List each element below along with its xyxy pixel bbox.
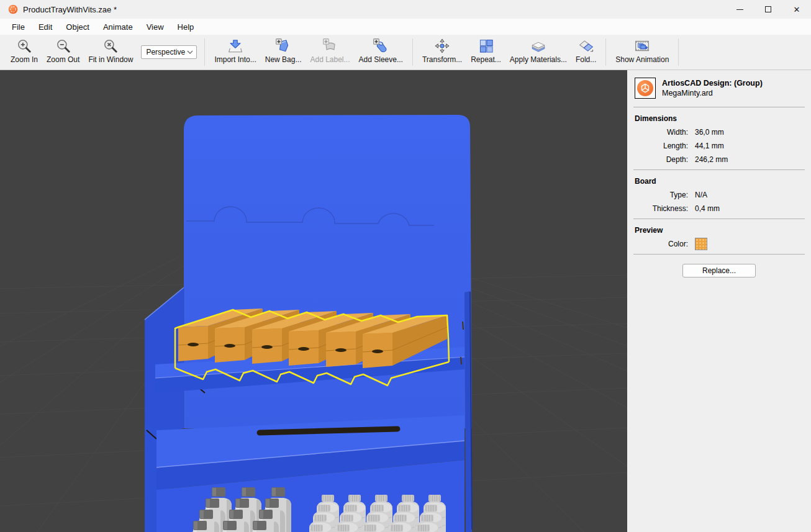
- menu-edit[interactable]: Edit: [32, 20, 59, 34]
- maximize-icon: [765, 6, 771, 12]
- view-mode-select[interactable]: Perspective: [141, 45, 197, 59]
- import-into-button[interactable]: Import Into...: [210, 37, 260, 65]
- add-sleeve-icon: [373, 38, 389, 54]
- apply-materials-button[interactable]: Apply Materials...: [505, 37, 571, 65]
- show-animation-icon: [634, 38, 650, 54]
- add-label-button[interactable]: Add Label...: [306, 37, 354, 65]
- width-row: Width: 36,0 mm: [627, 125, 811, 139]
- zoom-out-button[interactable]: Zoom Out: [42, 37, 84, 65]
- width-value: 36,0 mm: [695, 128, 724, 137]
- selection-filename: MegaMinty.ard: [662, 89, 763, 97]
- toolbar: Zoom In Zoom Out Fit in Window Perspecti…: [0, 35, 811, 70]
- app-logo-icon: [8, 4, 18, 14]
- toolbar-separator: [204, 38, 205, 66]
- length-label: Length:: [627, 142, 688, 150]
- fold-button[interactable]: Fold...: [571, 37, 600, 65]
- panel-divider: [633, 254, 805, 255]
- panel-divider: [633, 107, 805, 107]
- chevron-down-icon: [187, 50, 193, 54]
- titlebar: ProductTrayWithVits.zae * ✕: [0, 0, 811, 19]
- toolbar-separator: [678, 38, 679, 66]
- menu-file[interactable]: File: [5, 20, 32, 34]
- add-sleeve-button[interactable]: Add Sleeve...: [355, 37, 407, 65]
- selection-title: ArtiosCAD Design: (Group): [662, 79, 763, 88]
- length-value: 44,1 mm: [695, 142, 724, 150]
- preview-color-label: Color:: [627, 240, 688, 248]
- close-icon: ✕: [794, 6, 800, 14]
- board-type-label: Type:: [627, 191, 688, 199]
- board-type-value: N/A: [695, 191, 707, 199]
- close-button[interactable]: ✕: [782, 0, 811, 19]
- import-into-icon: [227, 38, 243, 54]
- panel-divider: [633, 169, 805, 170]
- maximize-button[interactable]: [754, 0, 782, 19]
- replace-button[interactable]: Replace...: [682, 264, 756, 277]
- show-animation-button[interactable]: Show Animation: [611, 37, 673, 65]
- preview-color-swatch[interactable]: [695, 238, 707, 250]
- depth-label: Depth:: [627, 155, 688, 164]
- add-label-icon: [322, 38, 338, 54]
- menu-object[interactable]: Object: [59, 20, 96, 34]
- menu-help[interactable]: Help: [171, 20, 201, 34]
- preview-heading: Preview: [627, 222, 811, 237]
- new-bag-button[interactable]: New Bag...: [261, 37, 306, 65]
- zoom-in-button[interactable]: Zoom In: [6, 37, 42, 65]
- toolbar-separator: [412, 38, 413, 66]
- menu-view[interactable]: View: [140, 20, 171, 34]
- panel-divider: [633, 219, 805, 219]
- minimize-icon: [736, 9, 743, 10]
- menubar: File Edit Object Animate View Help: [0, 19, 811, 35]
- fold-icon: [578, 38, 594, 54]
- depth-row: Depth: 246,2 mm: [627, 153, 811, 166]
- repeat-button[interactable]: Repeat...: [466, 37, 505, 65]
- transform-button[interactable]: Transform...: [418, 37, 466, 65]
- minimize-button[interactable]: [725, 0, 754, 19]
- fit-in-window-icon: [102, 38, 119, 54]
- board-thickness-value: 0,4 mm: [695, 204, 720, 213]
- zoom-out-icon: [55, 38, 71, 54]
- artioscad-design-icon: [635, 78, 656, 99]
- length-row: Length: 44,1 mm: [627, 139, 811, 153]
- zoom-in-icon: [16, 38, 32, 54]
- board-type-row: Type: N/A: [627, 188, 811, 202]
- toolbar-separator: [605, 38, 606, 66]
- preview-color-row: Color:: [627, 237, 811, 251]
- board-thickness-label: Thickness:: [627, 204, 688, 213]
- viewport-3d[interactable]: [0, 70, 627, 532]
- board-heading: Board: [627, 173, 811, 188]
- repeat-icon: [478, 38, 494, 54]
- dimensions-heading: Dimensions: [627, 110, 811, 125]
- new-bag-icon: [275, 38, 291, 54]
- board-thickness-row: Thickness: 0,4 mm: [627, 202, 811, 215]
- depth-value: 246,2 mm: [695, 155, 728, 164]
- width-label: Width:: [627, 128, 688, 137]
- transform-icon: [434, 38, 450, 54]
- properties-panel: ArtiosCAD Design: (Group) MegaMinty.ard …: [627, 70, 811, 532]
- window-title: ProductTrayWithVits.zae *: [23, 5, 117, 14]
- panel-header: ArtiosCAD Design: (Group) MegaMinty.ard: [627, 75, 811, 104]
- apply-materials-icon: [530, 38, 546, 54]
- view-mode-value: Perspective: [146, 48, 187, 56]
- fit-in-window-button[interactable]: Fit in Window: [84, 37, 137, 65]
- app-window: ProductTrayWithVits.zae * ✕ File Edit Ob…: [0, 0, 811, 532]
- menu-animate[interactable]: Animate: [96, 20, 140, 34]
